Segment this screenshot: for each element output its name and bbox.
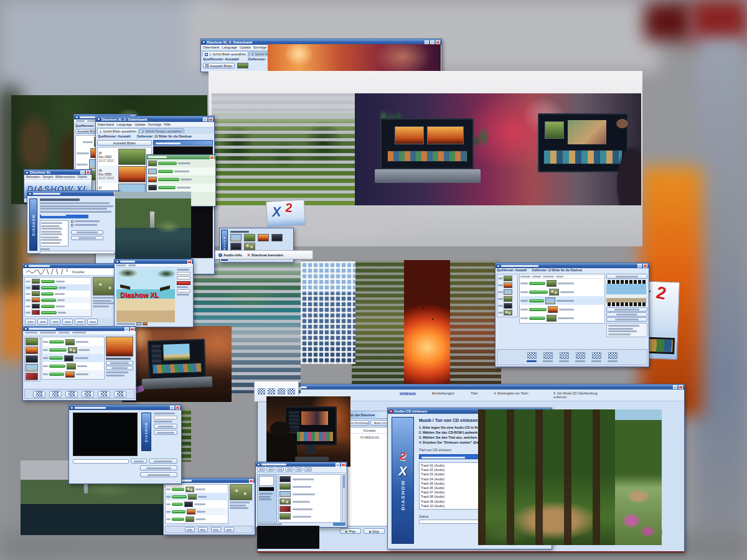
nav-einstellungen[interactable]: Einstellungen <box>432 391 454 395</box>
drive-select[interactable] <box>40 215 88 218</box>
toolbar-button[interactable] <box>304 467 312 472</box>
track-listbox[interactable]: Track 01 (Audio) Track 02 (Audio) Track … <box>419 462 479 510</box>
preview-button[interactable] <box>606 274 647 279</box>
nav-wiedergabe[interactable]: 4. Wiedergabe von Titeln <box>494 391 537 395</box>
image-row[interactable]: 35 Dsc-0550 23.07.2010 <box>98 148 151 166</box>
play-button[interactable]: ▶Play <box>340 528 361 534</box>
close-button[interactable] <box>86 170 90 174</box>
nav-einlesen[interactable]: einlesen <box>400 391 416 396</box>
project-icon[interactable] <box>230 243 242 250</box>
menubar[interactable]: Datenbank Language Update Sonstige Hilfe <box>96 122 214 128</box>
bottom-button[interactable] <box>114 391 126 398</box>
track-row[interactable] <box>147 159 215 167</box>
minimize-button[interactable] <box>336 463 340 467</box>
playlist-row[interactable] <box>43 370 103 378</box>
playlist-row[interactable] <box>166 485 227 493</box>
tab-step1[interactable]: 1. Schritt Bilder auswählen <box>97 128 139 134</box>
playlist-row[interactable] <box>26 297 90 303</box>
file-row[interactable] <box>280 513 340 520</box>
file-row[interactable] <box>280 483 340 490</box>
playlist-row[interactable] <box>166 500 227 508</box>
panel-button[interactable] <box>606 307 647 312</box>
panel-button[interactable] <box>606 317 647 322</box>
toolbar-button[interactable] <box>25 319 35 325</box>
track-item[interactable]: Track 10 (Audio) <box>421 504 477 508</box>
minimize-button[interactable] <box>203 118 207 121</box>
bottom-button[interactable] <box>33 391 45 398</box>
project-icon[interactable] <box>230 234 242 241</box>
menu-item[interactable]: Spiegeln <box>42 175 54 179</box>
track-listbox[interactable] <box>40 220 68 246</box>
nav-ueberblendung[interactable]: 5. Von Musik-CD Überblendung entfernen <box>553 391 607 399</box>
titlebar[interactable] <box>27 191 120 196</box>
minimize-button[interactable] <box>673 385 677 389</box>
target-row[interactable] <box>520 305 604 314</box>
checkbox[interactable] <box>71 220 73 223</box>
titlebar[interactable]: Diashow XL 2: Datenbank <box>96 116 214 122</box>
target-row[interactable] <box>520 296 604 305</box>
track-item[interactable]: Track 04 (Audio) <box>421 477 477 482</box>
audio-info-button[interactable]: i Audio-Info <box>218 253 242 257</box>
side-button[interactable] <box>106 361 133 365</box>
playlist-row[interactable] <box>26 309 90 315</box>
start-button[interactable] <box>71 230 103 235</box>
source-thumb-row[interactable] <box>498 282 517 289</box>
bottom-button[interactable] <box>49 391 62 398</box>
menu-item[interactable]: Hilfe <box>164 123 171 126</box>
close-button[interactable] <box>176 406 180 409</box>
step-tabs[interactable]: 1. Schritt Bilder auswählen 2. Schritt T… <box>96 128 214 134</box>
transition-button[interactable] <box>575 352 585 362</box>
maximize-button[interactable] <box>430 40 435 44</box>
track-item[interactable]: Track 03 (Audio) <box>421 472 477 477</box>
track-item[interactable]: Track 09 (Audio) <box>421 500 477 504</box>
close-button[interactable] <box>341 463 345 467</box>
action-button[interactable] <box>140 472 177 477</box>
playlist-row[interactable] <box>166 508 227 515</box>
side-button[interactable] <box>154 430 177 435</box>
action-button[interactable] <box>140 465 177 470</box>
file-row[interactable] <box>280 490 340 498</box>
close-button[interactable] <box>436 40 440 44</box>
titlebar[interactable]: Diashow XL <box>24 170 92 175</box>
transition-icon[interactable] <box>268 388 275 394</box>
toolbar-button[interactable] <box>257 467 265 472</box>
menu-item[interactable]: Sonstige <box>148 123 161 126</box>
track-row[interactable] <box>147 167 215 175</box>
track-item[interactable]: Track 07 (Audio) <box>421 490 477 495</box>
bottom-button[interactable] <box>224 527 234 532</box>
toolbar-button[interactable] <box>87 319 98 325</box>
transition-button[interactable] <box>527 352 537 362</box>
track-item[interactable]: Track 06 (Audio) <box>421 486 477 490</box>
menu-item[interactable]: Update <box>134 123 146 126</box>
transition-icon[interactable] <box>258 388 265 394</box>
minimize-button[interactable] <box>125 327 129 331</box>
nav-titel[interactable]: Titel <box>471 391 477 395</box>
thumbnail[interactable] <box>237 63 248 68</box>
playlist-row[interactable] <box>43 346 103 354</box>
target-row[interactable] <box>520 287 604 296</box>
toolbar-button[interactable] <box>294 467 303 472</box>
project-icon[interactable] <box>258 234 269 241</box>
tab-step2[interactable]: 2. Schritt Tonspur auswählen <box>139 128 184 134</box>
action-button[interactable] <box>149 459 177 464</box>
track-item[interactable]: Track 05 (Audio) <box>421 482 477 486</box>
playlist-row[interactable] <box>43 354 103 362</box>
close-button[interactable] <box>187 260 192 264</box>
side-button[interactable] <box>106 366 133 370</box>
menu-item[interactable]: Datenbank <box>203 45 220 49</box>
close-button[interactable] <box>249 479 253 483</box>
track-row[interactable] <box>147 184 215 192</box>
bottom-button[interactable] <box>82 391 94 398</box>
transition-icon[interactable] <box>278 388 285 394</box>
scrollbar[interactable] <box>342 474 345 523</box>
close-button[interactable] <box>679 385 683 389</box>
menu-item[interactable]: Bildrotation <box>26 175 40 179</box>
track-item[interactable]: Track 01 (Audio) <box>421 464 477 468</box>
bottom-button[interactable] <box>98 391 110 398</box>
text-overlay[interactable]: Diashow XL <box>120 291 159 299</box>
toolbar-button[interactable] <box>62 319 73 325</box>
checkbox[interactable] <box>71 224 73 226</box>
bottom-button[interactable] <box>185 527 195 532</box>
playlist-row[interactable] <box>166 493 227 500</box>
close-button[interactable] <box>209 118 213 121</box>
